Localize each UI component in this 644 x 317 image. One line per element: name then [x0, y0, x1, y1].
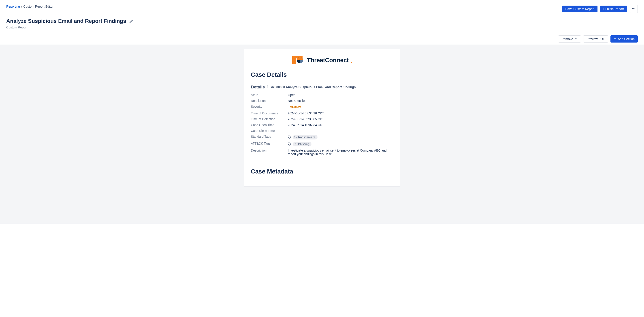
publish-report-button[interactable]: Publish Report [600, 6, 627, 12]
field-label-time-occurrence: Time of Occurrence [251, 112, 288, 115]
details-label: Details [251, 85, 265, 90]
field-value-time-detection: 2024-05-14 09:30:05 CDT [288, 117, 393, 121]
breadcrumb-separator: / [21, 5, 22, 8]
page-subtitle: Custom Report [6, 26, 638, 29]
svg-point-2 [634, 8, 635, 9]
case-id: #2000000 Analyze Suspicious Email and Re… [267, 85, 356, 89]
field-label-standard-tags: Standard Tags [251, 135, 288, 139]
field-label-case-open: Case Open Time [251, 123, 288, 127]
attacker-icon [294, 143, 297, 146]
edit-title-button[interactable] [128, 18, 134, 24]
threatconnect-logo-icon [292, 55, 305, 65]
field-label-case-close: Case Close Time [251, 129, 288, 133]
tag-pill-icon [294, 136, 297, 139]
field-label-attck-tags: ATT&CK Tags [251, 142, 288, 146]
tag-ransomware-label: Ransomware [298, 135, 315, 139]
more-actions-button[interactable] [630, 5, 638, 13]
case-id-text: #2000000 Analyze Suspicious Email and Re… [271, 85, 356, 89]
field-label-resolution: Resolution [251, 99, 288, 103]
threatconnect-logo: ThreatConnect [292, 55, 352, 65]
add-section-label: Add Section [618, 37, 635, 41]
tag-icon [288, 142, 291, 146]
severity-badge: MEDIUM [288, 105, 303, 109]
breadcrumb-current: Custom Report Editor [24, 5, 54, 8]
field-value-case-close [288, 129, 393, 133]
field-value-description: Investigate a suspicious email sent to e… [288, 149, 393, 156]
pencil-icon [130, 20, 133, 23]
report-page: ThreatConnect Case Details Details #2000… [244, 49, 400, 186]
field-value-resolution: Not Specified [288, 99, 393, 103]
section-title-case-metadata: Case Metadata [251, 168, 393, 175]
add-section-button[interactable]: Add Section [610, 35, 638, 43]
field-value-standard-tags: Ransomware [288, 135, 393, 139]
field-label-description: Description [251, 149, 288, 156]
field-label-severity: Severity [251, 105, 288, 109]
field-value-case-open: 2024-05-14 10:07:34 CDT [288, 123, 393, 127]
save-custom-report-button[interactable]: Save Custom Report [562, 6, 598, 12]
field-label-state: State [251, 93, 288, 97]
folder-icon [267, 85, 270, 89]
page-title: Analyze Suspicious Email and Report Find… [6, 18, 126, 24]
field-value-severity: MEDIUM [288, 105, 393, 109]
logo-text: ThreatConnect [307, 57, 349, 64]
remove-button[interactable]: Remove [558, 35, 581, 43]
svg-point-1 [634, 8, 634, 9]
more-horizontal-icon [632, 8, 636, 11]
breadcrumb-reporting[interactable]: Reporting [6, 5, 20, 8]
logo-dot-icon [351, 57, 352, 64]
tag-icon [288, 135, 291, 139]
tag-phishing: Phishing [293, 142, 312, 146]
section-title-case-details: Case Details [251, 71, 393, 78]
remove-button-label: Remove [562, 37, 573, 41]
field-value-state: Open [288, 93, 393, 97]
svg-point-6 [351, 62, 352, 63]
plus-icon [614, 37, 616, 41]
field-value-attck-tags: Phishing [288, 142, 393, 146]
field-label-time-detection: Time of Detection [251, 117, 288, 121]
field-value-time-occurrence: 2024-05-14 07:34:26 CDT [288, 112, 393, 115]
svg-point-0 [632, 8, 633, 9]
tag-ransomware: Ransomware [293, 135, 318, 139]
svg-point-10 [295, 143, 296, 144]
tag-phishing-label: Phishing [298, 142, 309, 146]
preview-pdf-button[interactable]: Preview PDF [583, 35, 608, 43]
chevron-down-icon [575, 37, 578, 41]
breadcrumb: Reporting / Custom Report Editor [6, 5, 54, 8]
